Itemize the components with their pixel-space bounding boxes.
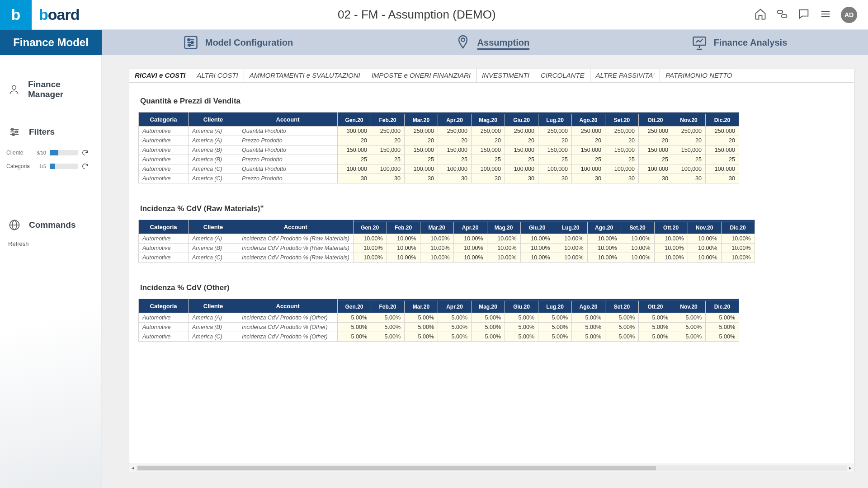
cell-value[interactable]: 10.00% [621,234,654,244]
cell-value[interactable]: 25 [538,155,572,164]
cell-value[interactable]: 10.00% [621,244,654,253]
cell-value[interactable]: 10.00% [453,244,487,253]
cell-value[interactable]: 10.00% [721,253,755,263]
cell-value[interactable]: 250,000 [505,127,538,136]
cell-value[interactable]: 5.00% [405,323,438,332]
cell-value[interactable]: 30 [639,174,672,183]
cell-value[interactable]: 30 [338,174,371,183]
cell-value[interactable]: 100,000 [605,164,639,174]
cell-value[interactable]: 25 [605,155,639,164]
cell-value[interactable]: 100,000 [371,164,405,174]
cell-value[interactable]: 100,000 [572,164,605,174]
cell-value[interactable]: 5.00% [405,313,438,323]
cell-value[interactable]: 5.00% [472,313,505,323]
cell-value[interactable]: 100,000 [505,164,538,174]
reset-icon[interactable] [81,149,89,156]
cell-value[interactable]: 10.00% [487,244,520,253]
cell-value[interactable]: 5.00% [405,332,438,342]
cell-value[interactable]: 10.00% [520,234,554,244]
cell-value[interactable]: 5.00% [371,332,405,342]
cell-value[interactable]: 100,000 [672,164,706,174]
cell-value[interactable]: 5.00% [338,323,371,332]
cell-value[interactable]: 10.00% [487,234,520,244]
cell-value[interactable]: 10.00% [587,244,621,253]
cell-value[interactable]: 10.00% [353,253,387,263]
cell-value[interactable]: 250,000 [538,127,572,136]
subtab[interactable]: CIRCOLANTE [535,69,590,82]
cell-value[interactable]: 10.00% [420,234,453,244]
cell-value[interactable]: 25 [438,155,472,164]
cell-value[interactable]: 5.00% [672,323,706,332]
cell-value[interactable]: 10.00% [688,244,721,253]
cell-value[interactable]: 5.00% [706,313,739,323]
filter-row[interactable]: Categoria1/5 [6,163,95,170]
subtab[interactable]: AMMORTAMENTI e SVALUTAZIONI [244,69,366,82]
cell-value[interactable]: 100,000 [338,164,371,174]
cell-value[interactable]: 20 [572,136,605,145]
cell-value[interactable]: 250,000 [438,127,472,136]
cell-value[interactable]: 10.00% [554,234,587,244]
menu-icon[interactable] [819,8,832,22]
cell-value[interactable]: 5.00% [472,323,505,332]
cell-value[interactable]: 30 [505,174,538,183]
cell-value[interactable]: 10.00% [387,253,420,263]
cell-value[interactable]: 150,000 [706,145,739,155]
cell-value[interactable]: 5.00% [538,323,572,332]
capsule-icon[interactable] [776,8,788,22]
cell-value[interactable]: 30 [405,174,438,183]
cell-value[interactable]: 5.00% [438,332,472,342]
cell-value[interactable]: 30 [605,174,639,183]
cell-value[interactable]: 10.00% [654,244,688,253]
cell-value[interactable]: 5.00% [505,313,538,323]
cell-value[interactable]: 20 [371,136,405,145]
cell-value[interactable]: 5.00% [338,313,371,323]
cell-value[interactable]: 5.00% [639,313,672,323]
cell-value[interactable]: 5.00% [639,332,672,342]
cell-value[interactable]: 30 [538,174,572,183]
cell-value[interactable]: 100,000 [538,164,572,174]
cell-value[interactable]: 30 [472,174,505,183]
cell-value[interactable]: 30 [438,174,472,183]
cell-value[interactable]: 5.00% [706,332,739,342]
cell-value[interactable]: 100,000 [706,164,739,174]
cell-value[interactable]: 150,000 [605,145,639,155]
cell-value[interactable]: 250,000 [672,127,706,136]
cell-value[interactable]: 150,000 [505,145,538,155]
tab-assumption[interactable]: Assumption [455,34,530,51]
cell-value[interactable]: 5.00% [538,332,572,342]
cell-value[interactable]: 5.00% [639,323,672,332]
cell-value[interactable]: 10.00% [353,234,387,244]
cell-value[interactable]: 10.00% [520,253,554,263]
cell-value[interactable]: 5.00% [572,313,605,323]
scroll-thumb[interactable] [137,466,656,470]
cell-value[interactable]: 20 [538,136,572,145]
cell-value[interactable]: 5.00% [672,332,706,342]
cell-value[interactable]: 5.00% [505,323,538,332]
cell-value[interactable]: 25 [505,155,538,164]
subtab[interactable]: ALTRE PASSIVITA' [590,69,660,82]
reset-icon[interactable] [81,163,89,170]
subtab[interactable]: ALTRI COSTI [191,69,244,82]
cell-value[interactable]: 25 [639,155,672,164]
cell-value[interactable]: 5.00% [438,313,472,323]
cell-value[interactable]: 100,000 [472,164,505,174]
cell-value[interactable]: 20 [472,136,505,145]
cell-value[interactable]: 5.00% [572,332,605,342]
cell-value[interactable]: 5.00% [472,332,505,342]
cell-value[interactable]: 150,000 [371,145,405,155]
cell-value[interactable]: 150,000 [438,145,472,155]
cell-value[interactable]: 10.00% [554,253,587,263]
cell-value[interactable]: 250,000 [572,127,605,136]
cell-value[interactable]: 250,000 [371,127,405,136]
cell-value[interactable]: 25 [472,155,505,164]
cell-value[interactable]: 300,000 [338,127,371,136]
cell-value[interactable]: 150,000 [572,145,605,155]
cell-value[interactable]: 100,000 [405,164,438,174]
scroll-right-icon[interactable]: ▸ [847,465,854,471]
horizontal-scrollbar[interactable]: ◂ ▸ [129,464,854,472]
cell-value[interactable]: 25 [338,155,371,164]
cell-value[interactable]: 10.00% [654,234,688,244]
cell-value[interactable]: 20 [338,136,371,145]
cell-value[interactable]: 10.00% [587,253,621,263]
cell-value[interactable]: 10.00% [587,234,621,244]
